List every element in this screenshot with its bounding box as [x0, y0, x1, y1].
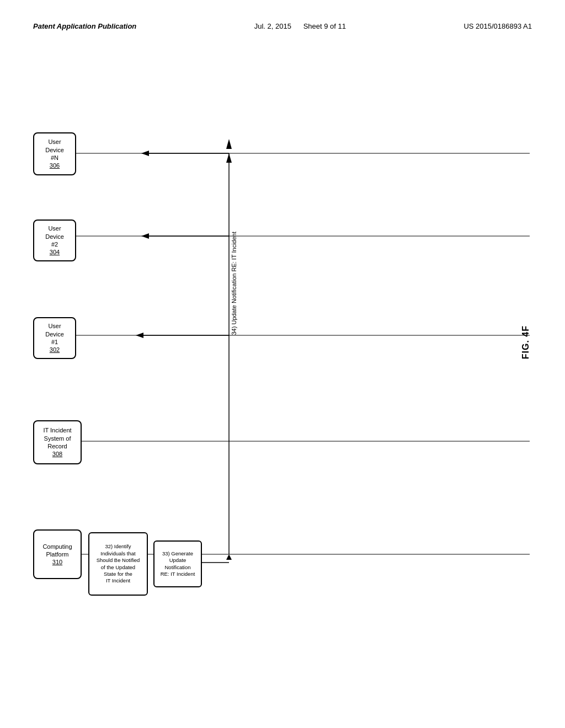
step-33-box: 33) Generate Update Notification RE: IT …: [153, 540, 202, 587]
svg-marker-11: [136, 333, 143, 338]
svg-marker-13: [226, 153, 232, 163]
svg-marker-7: [141, 151, 149, 156]
step-34-label: 34) Update Notification RE: IT Incident: [231, 232, 237, 335]
header-patent-number: US 2015/0186893 A1: [463, 22, 532, 30]
page-header: Patent Application Publication Jul. 2, 2…: [33, 22, 532, 30]
entity-computing-platform: Computing Platform 310: [33, 529, 82, 579]
header-date: Jul. 2, 2015: [254, 22, 291, 30]
header-sheet: Sheet 9 of 11: [303, 22, 346, 30]
svg-marker-12: [226, 139, 232, 149]
step-32-box: 32) Identify Individuals that Should Be …: [88, 532, 148, 596]
entity-it-incident: IT Incident System of Record 308: [33, 420, 82, 464]
figure-label: FIG. 4F: [521, 325, 531, 359]
sequence-diagram: User Device #N 306 User Device #2 304 Us…: [33, 77, 532, 673]
entity-user-device-n: User Device #N 306: [33, 132, 76, 175]
patent-page: Patent Application Publication Jul. 2, 2…: [0, 0, 565, 728]
svg-marker-15: [226, 554, 232, 560]
entity-user-device-1: User Device #1 302: [33, 317, 76, 359]
header-publication-label: Patent Application Publication: [33, 22, 136, 30]
svg-marker-9: [141, 233, 149, 239]
entity-user-device-2: User Device #2 304: [33, 220, 76, 261]
header-date-sheet: Jul. 2, 2015 Sheet 9 of 11: [254, 22, 346, 30]
